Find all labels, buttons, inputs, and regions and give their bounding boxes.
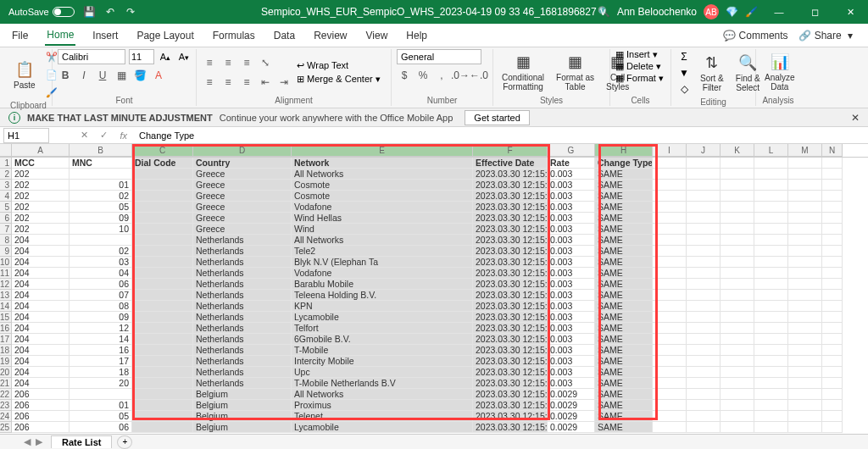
cell-C13[interactable]: [132, 290, 193, 301]
cell-F21[interactable]: 2023.03.30 12:15:22: [473, 378, 548, 389]
cell-J8[interactable]: [687, 235, 721, 246]
cell-B22[interactable]: [70, 389, 132, 400]
cell-G11[interactable]: 0.003: [548, 268, 595, 279]
cell-A11[interactable]: 204: [12, 268, 70, 279]
cell-D22[interactable]: Belgium: [193, 389, 292, 400]
cell-M25[interactable]: [788, 422, 822, 433]
cell-F11[interactable]: 2023.03.30 12:15:22: [473, 268, 548, 279]
cell-A1[interactable]: MCC: [12, 158, 70, 169]
cell-B25[interactable]: 06: [70, 422, 132, 433]
row-header-24[interactable]: 24: [0, 411, 12, 422]
cell-K4[interactable]: [721, 191, 754, 202]
row-header-12[interactable]: 12: [0, 279, 12, 290]
cell-G14[interactable]: 0.003: [548, 301, 595, 312]
analyze-data-button[interactable]: 📊Analyze Data: [761, 51, 798, 93]
cell-C3[interactable]: [132, 180, 193, 191]
cell-M19[interactable]: [788, 356, 822, 367]
cell-L7[interactable]: [754, 224, 788, 235]
cell-L10[interactable]: [754, 257, 788, 268]
row-header-3[interactable]: 3: [0, 180, 12, 191]
row-header-19[interactable]: 19: [0, 356, 12, 367]
cell-C24[interactable]: [132, 411, 193, 422]
cell-G8[interactable]: 0.003: [548, 235, 595, 246]
cell-H11[interactable]: SAME: [595, 268, 653, 279]
col-header-G[interactable]: G: [548, 144, 595, 157]
cell-M24[interactable]: [788, 411, 822, 422]
cell-L20[interactable]: [754, 367, 788, 378]
cell-I7[interactable]: [653, 224, 687, 235]
align-top-icon[interactable]: ≡: [202, 55, 217, 70]
cell-G19[interactable]: 0.003: [548, 356, 595, 367]
col-header-J[interactable]: J: [687, 144, 721, 157]
undo-icon[interactable]: ↶: [100, 3, 120, 20]
col-header-A[interactable]: A: [12, 144, 70, 157]
fill-color-icon[interactable]: 🪣: [132, 68, 147, 83]
save-icon[interactable]: 💾: [80, 3, 100, 20]
cell-A22[interactable]: 206: [12, 389, 70, 400]
cell-F14[interactable]: 2023.03.30 12:15:22: [473, 301, 548, 312]
cell-B20[interactable]: 18: [70, 367, 132, 378]
comma-icon[interactable]: ,: [434, 68, 449, 83]
cell-M17[interactable]: [788, 334, 822, 345]
cell-E7[interactable]: Wind: [292, 224, 473, 235]
cell-N15[interactable]: [822, 312, 843, 323]
cell-E17[interactable]: 6Gmobile B.V.: [292, 334, 473, 345]
cell-M7[interactable]: [788, 224, 822, 235]
cell-H10[interactable]: SAME: [595, 257, 653, 268]
cell-A7[interactable]: 202: [12, 224, 70, 235]
cell-D15[interactable]: Netherlands: [193, 312, 292, 323]
cell-K17[interactable]: [721, 334, 754, 345]
row-header-17[interactable]: 17: [0, 334, 12, 345]
cell-M9[interactable]: [788, 246, 822, 257]
cell-L19[interactable]: [754, 356, 788, 367]
cell-E9[interactable]: Tele2: [292, 246, 473, 257]
cell-I13[interactable]: [653, 290, 687, 301]
cell-I5[interactable]: [653, 202, 687, 213]
cell-G18[interactable]: 0.003: [548, 345, 595, 356]
cell-N19[interactable]: [822, 356, 843, 367]
cell-J24[interactable]: [687, 411, 721, 422]
row-header-8[interactable]: 8: [0, 235, 12, 246]
cell-G9[interactable]: 0.003: [548, 246, 595, 257]
col-header-E[interactable]: E: [292, 144, 473, 157]
cell-C5[interactable]: [132, 202, 193, 213]
cell-E25[interactable]: Lycamobile: [292, 422, 473, 433]
cell-N23[interactable]: [822, 400, 843, 411]
cell-C17[interactable]: [132, 334, 193, 345]
cell-J14[interactable]: [687, 301, 721, 312]
cell-N9[interactable]: [822, 246, 843, 257]
cell-N10[interactable]: [822, 257, 843, 268]
cell-F13[interactable]: 2023.03.30 12:15:22: [473, 290, 548, 301]
cell-B7[interactable]: 10: [70, 224, 132, 235]
cell-D4[interactable]: Greece: [193, 191, 292, 202]
cell-J12[interactable]: [687, 279, 721, 290]
cell-K2[interactable]: [721, 169, 754, 180]
insert-cells-button[interactable]: ▦ Insert ▾: [615, 49, 658, 60]
cell-L14[interactable]: [754, 301, 788, 312]
indent-less-icon[interactable]: ⇤: [258, 75, 273, 90]
cell-B14[interactable]: 08: [70, 301, 132, 312]
cell-D1[interactable]: Country: [193, 158, 292, 169]
cell-L4[interactable]: [754, 191, 788, 202]
row-header-25[interactable]: 25: [0, 422, 12, 433]
cell-B10[interactable]: 03: [70, 257, 132, 268]
cell-G10[interactable]: 0.003: [548, 257, 595, 268]
cell-N13[interactable]: [822, 290, 843, 301]
cell-K3[interactable]: [721, 180, 754, 191]
cell-I15[interactable]: [653, 312, 687, 323]
cell-E12[interactable]: Barablu Mobile: [292, 279, 473, 290]
cell-H7[interactable]: SAME: [595, 224, 653, 235]
cell-H3[interactable]: SAME: [595, 180, 653, 191]
sheet-nav-next-icon[interactable]: ▶: [36, 436, 42, 447]
cell-G23[interactable]: 0.0029: [548, 400, 595, 411]
cell-G7[interactable]: 0.003: [548, 224, 595, 235]
cell-F24[interactable]: 2023.03.30 12:15:22: [473, 411, 548, 422]
wrap-text-button[interactable]: ↩ Wrap Text: [297, 60, 381, 71]
cell-D10[interactable]: Netherlands: [193, 257, 292, 268]
currency-icon[interactable]: $: [397, 68, 412, 83]
cell-F16[interactable]: 2023.03.30 12:15:22: [473, 323, 548, 334]
cell-K22[interactable]: [721, 389, 754, 400]
cell-A12[interactable]: 204: [12, 279, 70, 290]
cell-N6[interactable]: [822, 213, 843, 224]
conditional-formatting-button[interactable]: ▦Conditional Formatting: [498, 51, 548, 93]
